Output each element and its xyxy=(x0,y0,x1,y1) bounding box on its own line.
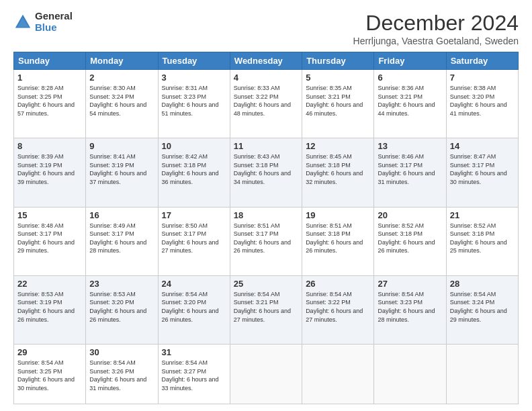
day-number: 16 xyxy=(89,210,154,220)
day-info: Sunrise: 8:28 AMSunset: 3:25 PMDaylight:… xyxy=(17,85,75,117)
day-info: Sunrise: 8:52 AMSunset: 3:18 PMDaylight:… xyxy=(378,222,435,255)
day-number: 18 xyxy=(234,210,298,220)
day-info: Sunrise: 8:36 AMSunset: 3:21 PMDaylight:… xyxy=(378,85,435,117)
day-number: 17 xyxy=(162,210,226,220)
table-row: 22 Sunrise: 8:53 AMSunset: 3:19 PMDaylig… xyxy=(14,275,86,344)
day-info: Sunrise: 8:50 AMSunset: 3:17 PMDaylight:… xyxy=(162,222,219,255)
col-monday: Monday xyxy=(86,52,158,70)
day-info: Sunrise: 8:49 AMSunset: 3:17 PMDaylight:… xyxy=(89,222,146,255)
table-row: 14 Sunrise: 8:47 AMSunset: 3:17 PMDaylig… xyxy=(446,138,518,207)
table-row: 18 Sunrise: 8:51 AMSunset: 3:17 PMDaylig… xyxy=(230,207,302,275)
col-sunday: Sunday xyxy=(14,52,86,70)
day-info: Sunrise: 8:54 AMSunset: 3:20 PMDaylight:… xyxy=(162,291,219,323)
day-number: 29 xyxy=(17,347,82,357)
month-title: December 2024 xyxy=(353,11,519,36)
table-row: 19 Sunrise: 8:51 AMSunset: 3:18 PMDaylig… xyxy=(302,207,374,275)
day-number: 8 xyxy=(17,141,82,151)
page: General Blue December 2024 Herrljunga, V… xyxy=(0,0,532,411)
day-number: 31 xyxy=(162,347,226,357)
day-number: 14 xyxy=(450,141,515,151)
day-info: Sunrise: 8:53 AMSunset: 3:20 PMDaylight:… xyxy=(89,291,146,323)
day-number: 22 xyxy=(17,279,82,289)
day-info: Sunrise: 8:39 AMSunset: 3:19 PMDaylight:… xyxy=(17,153,75,185)
table-row xyxy=(446,345,518,404)
day-number: 28 xyxy=(450,279,515,289)
calendar-week-row: 15 Sunrise: 8:48 AMSunset: 3:17 PMDaylig… xyxy=(14,207,519,275)
table-row: 25 Sunrise: 8:54 AMSunset: 3:21 PMDaylig… xyxy=(230,275,302,344)
day-number: 1 xyxy=(17,73,82,83)
day-number: 30 xyxy=(89,347,154,357)
day-number: 23 xyxy=(89,279,154,289)
table-row xyxy=(374,345,446,404)
day-number: 26 xyxy=(306,279,370,289)
logo-general: General xyxy=(35,11,73,22)
day-number: 15 xyxy=(17,210,82,220)
day-number: 4 xyxy=(234,73,298,83)
day-number: 19 xyxy=(306,210,370,220)
day-number: 11 xyxy=(234,141,298,151)
day-number: 9 xyxy=(89,141,154,151)
day-number: 10 xyxy=(162,141,226,151)
table-row: 13 Sunrise: 8:46 AMSunset: 3:17 PMDaylig… xyxy=(374,138,446,207)
table-row: 11 Sunrise: 8:43 AMSunset: 3:18 PMDaylig… xyxy=(230,138,302,207)
table-row: 4 Sunrise: 8:33 AMSunset: 3:22 PMDayligh… xyxy=(230,70,302,138)
logo-icon xyxy=(13,13,32,32)
table-row: 3 Sunrise: 8:31 AMSunset: 3:23 PMDayligh… xyxy=(158,70,230,138)
day-info: Sunrise: 8:30 AMSunset: 3:24 PMDaylight:… xyxy=(89,85,146,117)
day-number: 6 xyxy=(378,73,442,83)
col-thursday: Thursday xyxy=(302,52,374,70)
table-row: 27 Sunrise: 8:54 AMSunset: 3:23 PMDaylig… xyxy=(374,275,446,344)
day-info: Sunrise: 8:54 AMSunset: 3:26 PMDaylight:… xyxy=(89,359,146,392)
day-info: Sunrise: 8:52 AMSunset: 3:18 PMDaylight:… xyxy=(450,222,507,255)
day-info: Sunrise: 8:41 AMSunset: 3:19 PMDaylight:… xyxy=(89,153,146,185)
table-row: 9 Sunrise: 8:41 AMSunset: 3:19 PMDayligh… xyxy=(86,138,158,207)
day-info: Sunrise: 8:42 AMSunset: 3:18 PMDaylight:… xyxy=(162,153,219,185)
logo: General Blue xyxy=(13,11,73,33)
day-number: 13 xyxy=(378,141,442,151)
table-row: 21 Sunrise: 8:52 AMSunset: 3:18 PMDaylig… xyxy=(446,207,518,275)
logo-blue: Blue xyxy=(35,22,73,34)
table-row: 7 Sunrise: 8:38 AMSunset: 3:20 PMDayligh… xyxy=(446,70,518,138)
day-number: 3 xyxy=(162,73,226,83)
table-row: 5 Sunrise: 8:35 AMSunset: 3:21 PMDayligh… xyxy=(302,70,374,138)
day-number: 25 xyxy=(234,279,298,289)
day-info: Sunrise: 8:54 AMSunset: 3:24 PMDaylight:… xyxy=(450,291,507,323)
table-row: 10 Sunrise: 8:42 AMSunset: 3:18 PMDaylig… xyxy=(158,138,230,207)
table-row: 23 Sunrise: 8:53 AMSunset: 3:20 PMDaylig… xyxy=(86,275,158,344)
day-info: Sunrise: 8:33 AMSunset: 3:22 PMDaylight:… xyxy=(234,85,291,117)
col-saturday: Saturday xyxy=(446,52,518,70)
day-number: 21 xyxy=(450,210,515,220)
calendar-table: Sunday Monday Tuesday Wednesday Thursday… xyxy=(13,52,519,404)
location-title: Herrljunga, Vaestra Goetaland, Sweden xyxy=(353,36,519,46)
table-row: 15 Sunrise: 8:48 AMSunset: 3:17 PMDaylig… xyxy=(14,207,86,275)
logo-text: General Blue xyxy=(35,11,73,33)
calendar-week-row: 22 Sunrise: 8:53 AMSunset: 3:19 PMDaylig… xyxy=(14,275,519,344)
table-row: 6 Sunrise: 8:36 AMSunset: 3:21 PMDayligh… xyxy=(374,70,446,138)
day-number: 2 xyxy=(89,73,154,83)
day-info: Sunrise: 8:54 AMSunset: 3:21 PMDaylight:… xyxy=(234,291,291,323)
calendar-week-row: 29 Sunrise: 8:54 AMSunset: 3:25 PMDaylig… xyxy=(14,345,519,404)
col-friday: Friday xyxy=(374,52,446,70)
table-row xyxy=(230,345,302,404)
day-number: 5 xyxy=(306,73,370,83)
day-info: Sunrise: 8:45 AMSunset: 3:18 PMDaylight:… xyxy=(306,153,363,185)
day-info: Sunrise: 8:54 AMSunset: 3:22 PMDaylight:… xyxy=(306,291,363,323)
day-info: Sunrise: 8:48 AMSunset: 3:17 PMDaylight:… xyxy=(17,222,75,255)
day-number: 20 xyxy=(378,210,442,220)
day-info: Sunrise: 8:47 AMSunset: 3:17 PMDaylight:… xyxy=(450,153,507,185)
day-info: Sunrise: 8:38 AMSunset: 3:20 PMDaylight:… xyxy=(450,85,507,117)
day-number: 27 xyxy=(378,279,442,289)
day-info: Sunrise: 8:54 AMSunset: 3:23 PMDaylight:… xyxy=(378,291,435,323)
day-info: Sunrise: 8:31 AMSunset: 3:23 PMDaylight:… xyxy=(162,85,219,117)
day-info: Sunrise: 8:43 AMSunset: 3:18 PMDaylight:… xyxy=(234,153,291,185)
day-info: Sunrise: 8:35 AMSunset: 3:21 PMDaylight:… xyxy=(306,85,363,117)
calendar-week-row: 1 Sunrise: 8:28 AMSunset: 3:25 PMDayligh… xyxy=(14,70,519,138)
table-row: 2 Sunrise: 8:30 AMSunset: 3:24 PMDayligh… xyxy=(86,70,158,138)
table-row xyxy=(302,345,374,404)
table-row: 29 Sunrise: 8:54 AMSunset: 3:25 PMDaylig… xyxy=(14,345,86,404)
table-row: 31 Sunrise: 8:54 AMSunset: 3:27 PMDaylig… xyxy=(158,345,230,404)
day-info: Sunrise: 8:51 AMSunset: 3:17 PMDaylight:… xyxy=(234,222,291,255)
table-row: 17 Sunrise: 8:50 AMSunset: 3:17 PMDaylig… xyxy=(158,207,230,275)
table-row: 8 Sunrise: 8:39 AMSunset: 3:19 PMDayligh… xyxy=(14,138,86,207)
day-number: 7 xyxy=(450,73,515,83)
